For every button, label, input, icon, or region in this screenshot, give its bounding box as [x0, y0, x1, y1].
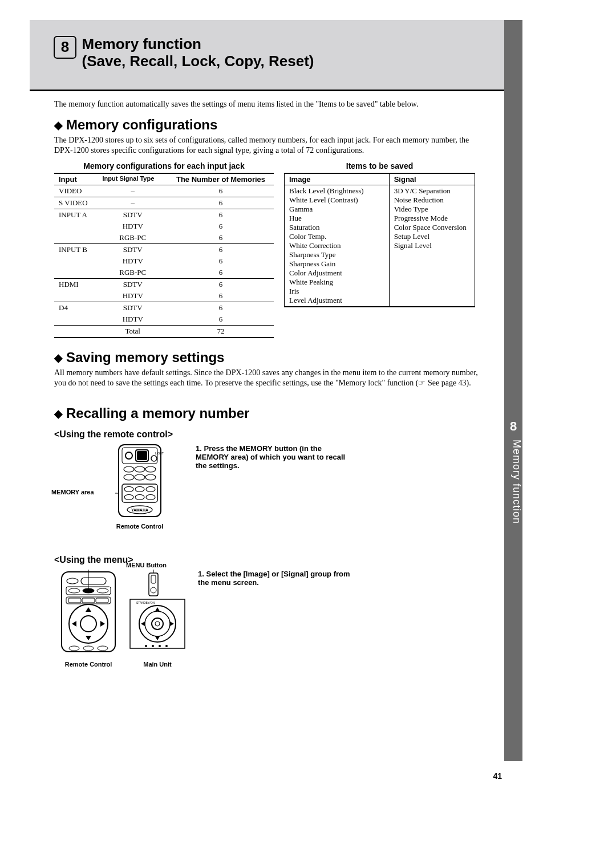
cell: SDTV — [98, 302, 168, 314]
main-unit-illustration: MENU Button — [126, 570, 189, 668]
main-unit-icon: STANDBY/ON — [126, 570, 189, 657]
cell: 6 — [168, 290, 274, 302]
col-num-memories: The Number of Memories — [168, 173, 274, 185]
cell: – — [98, 185, 168, 197]
items-table-title: Items to be saved — [284, 161, 475, 170]
chapter-title-line1: Memory function — [82, 35, 201, 52]
memcfg-table: Input Input Signal Type The Number of Me… — [54, 173, 274, 338]
cell: – — [98, 197, 168, 209]
cell — [54, 290, 98, 302]
side-tab-number: 8 — [504, 419, 522, 434]
remote-illustration-block: MEMORY area LIGHT — [54, 444, 185, 541]
table-row: HDTV6 — [54, 314, 274, 326]
cell: 6 — [168, 209, 274, 221]
page-number: 41 — [493, 771, 502, 781]
cell: SDTV — [98, 278, 168, 290]
content-area: The memory function automatically saves … — [54, 100, 482, 668]
svg-point-52 — [159, 645, 161, 647]
table-row: INPUT BSDTV6 — [54, 243, 274, 255]
cell: 6 — [168, 197, 274, 209]
side-tab-label: Memory function — [504, 436, 522, 524]
cell — [54, 314, 98, 326]
cell: SDTV — [98, 243, 168, 255]
svg-point-50 — [145, 645, 147, 647]
table-row: VIDEO–6 — [54, 185, 274, 197]
col-signal: Signal — [389, 173, 475, 185]
menu-step-1-text: Select the [Image] or [Signal] group fro… — [198, 570, 350, 587]
section-heading-recall: ◆Recalling a memory number — [54, 405, 482, 421]
cell: 6 — [168, 221, 274, 232]
cell: 6 — [168, 278, 274, 290]
remote-caption: Remote Control — [94, 523, 185, 530]
memory-area-label: MEMORY area — [51, 489, 94, 495]
step-number: 1. — [198, 570, 204, 578]
remote-step-1-text: Press the MEMORY button (in the MEMORY a… — [196, 444, 345, 470]
saving-body: All memory numbers have default settings… — [54, 368, 482, 388]
section-heading-saving: ◆Saving memory settings — [54, 350, 482, 365]
cell: HDTV — [98, 314, 168, 326]
cell: D4 — [54, 302, 98, 314]
svg-rect-4 — [137, 451, 147, 460]
table-row: RGB-PC6 — [54, 267, 274, 279]
cell: 6 — [168, 232, 274, 244]
cell: S VIDEO — [54, 197, 98, 209]
diamond-icon: ◆ — [54, 119, 63, 131]
cell: RGB-PC — [98, 232, 168, 244]
diamond-icon: ◆ — [54, 408, 63, 420]
memcfg-table-wrap: Memory configurations for each input jac… — [54, 161, 274, 338]
menu-step-1: 1. Select the [Image] or [Signal] group … — [198, 570, 358, 587]
section-heading-recall-text: Recalling a memory number — [66, 405, 249, 421]
section-heading-memcfg: ◆Memory configurations — [54, 117, 482, 133]
cell — [54, 221, 98, 232]
cell: RGB-PC — [98, 267, 168, 279]
cell: 6 — [168, 314, 274, 326]
step-number: 1. — [196, 444, 202, 453]
memcfg-table-title: Memory configurations for each input jac… — [54, 161, 274, 170]
items-image-cell: Black Level (Brightness)White Level (Con… — [285, 185, 390, 307]
cell — [54, 255, 98, 267]
cell: HDTV — [98, 221, 168, 232]
svg-text:YAMAHA: YAMAHA — [131, 508, 148, 512]
chapter-header: 8 Memory function (Save, Recall, Lock, C… — [30, 20, 504, 91]
table-row: HDTV6 — [54, 255, 274, 267]
light-label: LIGHT — [155, 452, 164, 455]
memcfg-body: The DPX-1200 stores up to six sets of co… — [54, 135, 482, 156]
svg-point-51 — [152, 645, 154, 647]
side-tab: 8 Memory function — [504, 20, 522, 761]
table-row: S VIDEO–6 — [54, 197, 274, 209]
svg-text:STANDBY/ON: STANDBY/ON — [136, 601, 155, 604]
chapter-title-line2: (Save, Recall, Lock, Copy, Reset) — [82, 52, 314, 70]
remote-icon: LIGHT — [115, 444, 164, 519]
main-unit-caption: Main Unit — [126, 661, 189, 668]
cell — [54, 232, 98, 244]
items-table-wrap: Items to be saved Image Signal Black Lev… — [284, 161, 475, 338]
table-row: HDTV6 — [54, 221, 274, 232]
sub-heading-remote: <Using the remote control> — [54, 429, 482, 440]
page: 8 Memory function 8 Memory function (Sav… — [0, 0, 616, 849]
cell: 6 — [168, 243, 274, 255]
table-row: INPUT ASDTV6 — [54, 209, 274, 221]
chapter-number-box: 8 — [54, 36, 76, 59]
svg-rect-44 — [130, 599, 185, 648]
cell: INPUT A — [54, 209, 98, 221]
diamond-icon: ◆ — [54, 352, 63, 364]
cell: INPUT B — [54, 243, 98, 255]
cell: 6 — [168, 302, 274, 314]
cell: HDTV — [98, 290, 168, 302]
chapter-title: Memory function (Save, Recall, Lock, Cop… — [82, 36, 314, 70]
remote-icon — [54, 570, 123, 657]
table-row: HDTV6 — [54, 290, 274, 302]
col-image: Image — [285, 173, 390, 185]
menu-remote-illustration: Remote Control — [54, 570, 123, 668]
table-row: RGB-PC6 — [54, 232, 274, 244]
col-signal-type: Input Signal Type — [98, 173, 168, 185]
cell: 6 — [168, 185, 274, 197]
remote-caption-2: Remote Control — [54, 661, 123, 668]
cell: 6 — [168, 267, 274, 279]
items-table: Image Signal Black Level (Brightness)Whi… — [284, 173, 475, 307]
intro-text: The memory function automatically saves … — [54, 100, 482, 109]
cell: HDTV — [98, 255, 168, 267]
cell: VIDEO — [54, 185, 98, 197]
table-total-row: Total72 — [54, 325, 274, 338]
svg-point-53 — [165, 645, 168, 647]
